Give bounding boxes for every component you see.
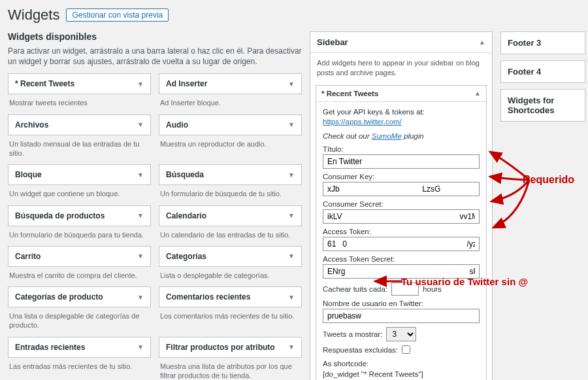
twitter-username-label: Nombre de usuario en Twitter: <box>323 300 480 307</box>
available-widget-desc: Mostrar tweets recientes <box>8 94 151 114</box>
page-title: Widgets <box>8 7 59 24</box>
titulo-label: Título: <box>323 145 480 153</box>
available-widget-desc: Una lista o desplegable de categorías de… <box>8 307 151 337</box>
manage-preview-button[interactable]: Gestionar con vista previa <box>66 9 169 22</box>
shortcode-label: As shortcode: <box>323 360 368 368</box>
available-widget-desc: Muestra una lista de atributos por los q… <box>159 358 302 380</box>
available-widget-desc: Un formulario de búsqueda de tu sitio. <box>159 185 302 205</box>
consumer-key-label: Consumer Key: <box>323 173 480 181</box>
available-widget-name: Bloque <box>15 170 42 179</box>
chevron-down-icon: ▼ <box>288 171 295 179</box>
shortcode-value: [do_widget "* Recent Tweets"] <box>323 370 423 378</box>
available-widget-name: Búsqueda <box>166 170 204 179</box>
chevron-down-icon: ▼ <box>288 80 295 88</box>
api-keys-line: Get your API keys & tokens at: <box>323 108 425 116</box>
available-widget-item[interactable]: Ad Inserter▼ <box>159 73 302 94</box>
available-widget-name: Archivos <box>15 120 48 130</box>
access-token-label: Access Token: <box>323 228 480 235</box>
available-widget-item[interactable]: Búsqueda de productos▼ <box>8 205 151 226</box>
chevron-down-icon: ▼ <box>137 121 144 128</box>
chevron-down-icon: ▼ <box>137 343 144 351</box>
available-widget-item[interactable]: Calendario▼ <box>159 205 302 226</box>
chevron-down-icon: ▼ <box>288 252 295 260</box>
available-widget-desc: Un listado mensual de las entradas de tu… <box>8 135 151 165</box>
sidebar-area-column: Sidebar ▲ Add widgets here to appear in … <box>310 31 493 380</box>
consumer-secret-label: Consumer Secret: <box>323 200 480 208</box>
available-widgets-column: Widgets disponibles Para activar un widg… <box>8 31 302 380</box>
titulo-input[interactable] <box>323 154 480 169</box>
available-widget-desc: Los comentarios más recientes de tu siti… <box>159 307 302 327</box>
chevron-down-icon: ▼ <box>137 294 144 301</box>
recent-tweets-widget-head[interactable]: * Recent Tweets ▲ <box>316 86 486 102</box>
consumer-secret-input[interactable] <box>323 209 480 224</box>
available-widget-desc: Muestra un reproductor de audio. <box>159 135 302 155</box>
chevron-down-icon: ▼ <box>137 171 144 179</box>
chevron-down-icon: ▼ <box>288 121 295 128</box>
page-header: Widgets Gestionar con vista previa <box>8 7 580 24</box>
available-widget-desc: Un calendario de las entradas de tu siti… <box>159 226 302 246</box>
sidebar-panel-head[interactable]: Sidebar ▲ <box>310 32 492 53</box>
available-widget-item[interactable]: Comentarios recientes▼ <box>159 286 302 307</box>
tweets-count-label: Tweets a mostrar: <box>323 330 382 338</box>
available-widget-item[interactable]: * Recent Tweets▼ <box>8 73 151 94</box>
available-widget-item[interactable]: Entradas recientes▼ <box>8 337 151 358</box>
available-widget-name: * Recent Tweets <box>15 79 74 88</box>
available-widget-desc: Un formulario de búsqueda para tu tienda… <box>8 226 151 246</box>
chevron-down-icon: ▼ <box>137 80 144 88</box>
cache-label: Cachear tuits cada: <box>323 285 387 293</box>
recent-tweets-widget: * Recent Tweets ▲ Get your API keys & to… <box>316 85 487 380</box>
available-widget-item[interactable]: Archivos▼ <box>8 114 151 135</box>
sidebar-panel-title: Sidebar <box>317 37 348 47</box>
available-widget-item[interactable]: Categorías de producto▼ <box>8 286 151 307</box>
chevron-down-icon: ▼ <box>288 343 295 351</box>
caret-up-icon: ▲ <box>479 39 485 46</box>
available-widget-name: Audio <box>166 120 188 130</box>
access-token-secret-input[interactable] <box>323 264 480 279</box>
chevron-down-icon: ▼ <box>288 212 295 219</box>
available-widget-item[interactable]: Búsqueda▼ <box>159 164 302 185</box>
widgets-shortcodes-panel[interactable]: Widgets for Shortcodes <box>500 89 585 122</box>
available-widget-desc: Lista o desplegable de categorías. <box>159 267 302 286</box>
consumer-key-input[interactable] <box>323 182 480 196</box>
other-areas-column: Footer 3 Footer 4 Widgets for Shortcodes <box>500 31 585 128</box>
twitter-username-input[interactable] <box>323 309 480 323</box>
available-widget-name: Calendario <box>166 211 206 220</box>
chevron-down-icon: ▼ <box>288 294 295 301</box>
caret-up-icon: ▲ <box>474 90 481 97</box>
available-widget-name: Categorías <box>166 252 206 261</box>
available-widget-item[interactable]: Audio▼ <box>159 114 302 135</box>
available-widget-name: Búsqueda de productos <box>15 211 105 220</box>
available-widget-name: Entradas recientes <box>15 343 85 352</box>
available-widget-desc: Las entradas más recientes de tu sitio. <box>8 358 151 377</box>
available-widget-name: Filtrar productos por atributo <box>166 343 275 352</box>
available-widget-desc: Ad Inserter bloque. <box>159 94 302 114</box>
cache-unit: hours <box>423 285 442 293</box>
sidebar-panel-desc: Add widgets here to appear in your sideb… <box>310 53 492 85</box>
footer4-panel[interactable]: Footer 4 <box>500 60 585 83</box>
access-token-input[interactable] <box>323 237 480 251</box>
exclude-replies-label: Respuestas excluidas: <box>323 346 398 354</box>
chevron-down-icon: ▼ <box>137 252 144 260</box>
available-widget-desc: Un widget que contiene un bloque. <box>8 185 151 205</box>
exclude-replies-checkbox[interactable] <box>402 345 410 354</box>
available-widget-name: Carrito <box>15 252 41 261</box>
tweets-count-select[interactable]: 3 <box>386 327 416 341</box>
available-widgets-desc: Para activar un widget, arrástralo a una… <box>8 46 302 67</box>
available-widget-name: Categorías de producto <box>15 292 103 302</box>
twitter-apps-link[interactable]: https://apps.twitter.com/ <box>323 118 402 126</box>
chevron-down-icon: ▼ <box>137 212 144 219</box>
recent-tweets-widget-title: * Recent Tweets <box>321 90 378 97</box>
available-widget-name: Comentarios recientes <box>166 292 250 302</box>
available-widgets-heading: Widgets disponibles <box>8 31 302 42</box>
cache-hours-input[interactable] <box>391 283 419 296</box>
footer3-panel[interactable]: Footer 3 <box>500 31 585 54</box>
available-widget-item[interactable]: Bloque▼ <box>8 164 151 185</box>
access-token-secret-label: Access Token Secret: <box>323 255 480 263</box>
sidebar-panel: Sidebar ▲ Add widgets here to appear in … <box>310 31 493 380</box>
available-widget-item[interactable]: Filtrar productos por atributo▼ <box>159 337 302 358</box>
sumome-link[interactable]: SumoMe <box>372 132 402 140</box>
available-widget-desc: Muestra el carrito de compra del cliente… <box>8 267 151 286</box>
available-widget-item[interactable]: Carrito▼ <box>8 246 151 267</box>
available-widget-name: Ad Inserter <box>166 79 207 88</box>
available-widget-item[interactable]: Categorías▼ <box>159 246 302 267</box>
